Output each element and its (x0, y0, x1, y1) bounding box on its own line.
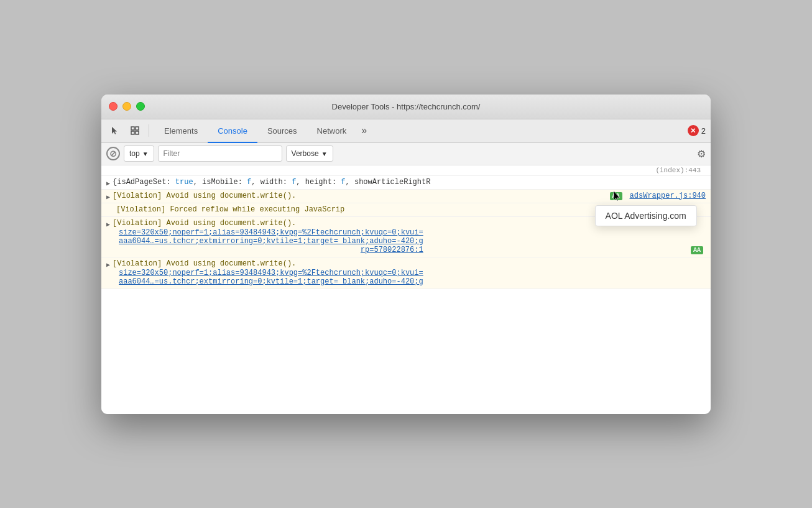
title-bar: Developer Tools - https://techcrunch.com… (101, 95, 711, 119)
minimize-button[interactable] (122, 102, 131, 111)
window-title: Developer Tools - https://techcrunch.com… (332, 102, 481, 111)
tabs-bar: Elements Console Sources Network » (154, 119, 685, 142)
error-count: 2 (701, 126, 706, 136)
block-button[interactable]: ⊘ (106, 147, 120, 160)
maximize-button[interactable] (136, 102, 145, 111)
aa-badge-container: AA AOL Advertising.com (607, 192, 625, 200)
more-tabs-button[interactable]: » (356, 119, 372, 142)
error-badge: ✕ 2 (688, 125, 706, 136)
index-reference: (index):443 (655, 167, 706, 174)
error-close-icon[interactable]: ✕ (688, 125, 699, 136)
devtools-window: Developer Tools - https://techcrunch.com… (101, 95, 711, 414)
filter-input[interactable] (158, 145, 282, 162)
aa-badge-1[interactable]: AA (610, 192, 622, 200)
console-content: (index):443 ▶ {isAdPageSet: true, isMobi… (101, 165, 711, 414)
verbose-dropdown[interactable]: Verbose ▼ (286, 145, 333, 162)
settings-button[interactable]: ⚙ (697, 148, 706, 160)
aa-tooltip: AOL Advertising.com (595, 205, 697, 226)
expand-arrow[interactable]: ▶ (106, 193, 110, 201)
inspect-tool-button[interactable] (126, 122, 144, 139)
tab-network[interactable]: Network (307, 119, 357, 143)
tab-elements[interactable]: Elements (154, 119, 208, 143)
url-link[interactable]: size=320x50;noperf=1;alias=93484943;kvpg… (119, 228, 423, 254)
cursor-tool-button[interactable] (106, 122, 124, 139)
expand-arrow[interactable]: ▶ (106, 261, 110, 269)
toolbar-divider (149, 124, 149, 137)
chevron-down-icon: ▼ (142, 150, 149, 157)
svg-rect-1 (136, 127, 139, 130)
verbose-chevron-icon: ▼ (321, 150, 328, 157)
tab-sources[interactable]: Sources (257, 119, 307, 143)
svg-rect-0 (131, 127, 134, 130)
svg-rect-2 (131, 131, 134, 134)
main-toolbar: Elements Console Sources Network » ✕ 2 (101, 119, 711, 143)
row-content: [Violation] Avoid using document.write()… (113, 259, 706, 268)
context-dropdown[interactable]: top ▼ (124, 145, 154, 162)
row-content: [Violation] Avoid using document.write()… (113, 192, 607, 200)
violation-row-4: ▶ [Violation] Avoid using document.write… (101, 257, 711, 289)
expand-arrow[interactable]: ▶ (106, 221, 110, 228)
url-link-2[interactable]: size=320x50;noperf=1;alias=93484943;kvpg… (119, 269, 423, 286)
source-link-1[interactable]: adsWrapper.js:940 (630, 192, 706, 200)
svg-rect-3 (136, 131, 139, 134)
expand-arrow[interactable]: ▶ (106, 180, 110, 187)
tab-console[interactable]: Console (208, 119, 257, 143)
console-toolbar: ⊘ top ▼ Verbose ▼ ⚙ (101, 143, 711, 165)
console-row: ▶ {isAdPageSet: true, isMobile: f, width… (101, 176, 711, 190)
violation-row-1: ▶ [Violation] Avoid using document.write… (101, 190, 711, 203)
traffic-lights (109, 102, 145, 111)
row-content: {isAdPageSet: true, isMobile: f, width: … (113, 178, 706, 187)
aa-badge-2[interactable]: AA (691, 246, 703, 254)
index-row: (index):443 (101, 165, 711, 176)
close-button[interactable] (109, 102, 118, 111)
